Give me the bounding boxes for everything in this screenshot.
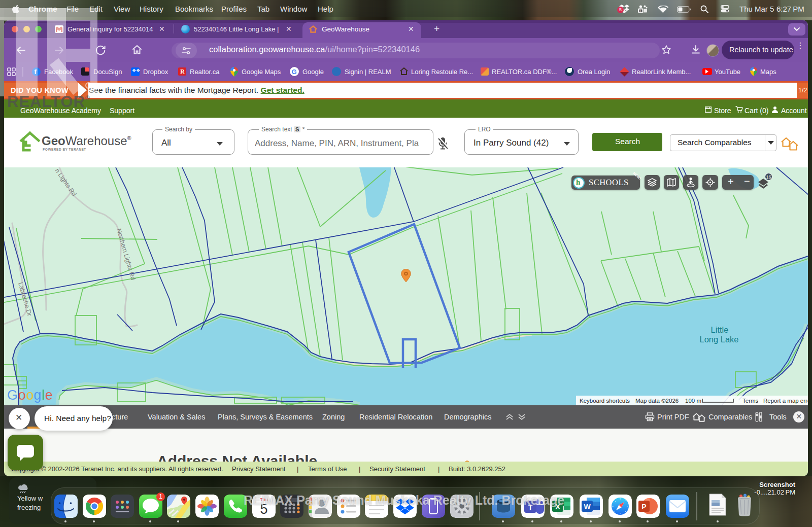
svg-text:Map data ©2026: Map data ©2026 <box>635 398 679 404</box>
svg-text:Little: Little <box>711 325 729 334</box>
svg-text:T: T <box>640 10 641 12</box>
svg-text:Google: Google <box>7 388 53 403</box>
svg-text:Keyboard shortcuts: Keyboard shortcuts <box>580 398 630 404</box>
svg-text:P: P <box>641 503 646 511</box>
svg-text:W: W <box>584 503 591 511</box>
svg-text:Terms: Terms <box>742 398 759 404</box>
svg-text:Long Lake: Long Lake <box>699 335 738 344</box>
svg-text:Northern Lights Rd: Northern Lights Rd <box>115 228 137 281</box>
svg-text:n Lights Rd: n Lights Rd <box>54 167 78 198</box>
svg-text:100 m: 100 m <box>685 398 701 404</box>
svg-text:Report a map error: Report a map error <box>763 398 808 404</box>
